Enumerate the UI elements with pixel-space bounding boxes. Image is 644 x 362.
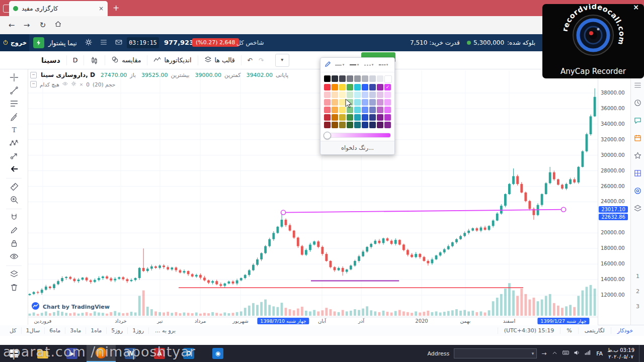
crosshair-tool[interactable] (9, 72, 19, 82)
color-swatch[interactable] (362, 99, 368, 106)
settings-gear-icon[interactable] (85, 38, 95, 48)
measure-tool[interactable] (9, 182, 19, 192)
zoom-in-tool[interactable] (9, 195, 19, 205)
gray-swatch[interactable] (384, 75, 392, 83)
drawing-mode-tool[interactable] (9, 225, 19, 235)
color-swatch[interactable] (354, 122, 361, 128)
compare-button[interactable]: مقایسه (105, 54, 147, 66)
color-swatch[interactable] (384, 92, 391, 98)
volume-close-icon[interactable]: × (79, 82, 84, 87)
templates-button[interactable]: قالب ها (198, 54, 241, 66)
opacity-slider[interactable] (324, 133, 391, 138)
range-button[interactable]: 3ماه (65, 327, 86, 334)
color-swatch[interactable] (324, 114, 331, 121)
text-tool[interactable]: T (9, 125, 19, 135)
window-close-button[interactable]: × (633, 3, 639, 11)
log-scale-button[interactable]: لگاریتمی (578, 327, 611, 334)
color-swatch[interactable] (362, 122, 368, 128)
address-go-icon[interactable]: → (541, 350, 546, 357)
range-button[interactable]: 1روز (128, 327, 149, 334)
color-swatch[interactable] (354, 114, 361, 121)
gray-swatch[interactable] (324, 75, 331, 82)
color-swatch[interactable] (377, 114, 383, 121)
range-button[interactable]: 5روز (107, 327, 128, 334)
new-tab-button[interactable]: + (113, 3, 119, 14)
color-swatch[interactable] (377, 99, 383, 106)
legend-symbol[interactable]: داروسازی سینا, D (41, 71, 95, 78)
hide-drawings-tool[interactable] (9, 251, 19, 261)
gray-swatch[interactable] (347, 75, 353, 82)
gray-swatch[interactable] (339, 75, 346, 82)
line-style-dotted[interactable]: ▾ (377, 60, 390, 69)
redo-button[interactable]: ↷ (259, 54, 270, 66)
color-swatch[interactable] (324, 107, 331, 113)
layout-tab-2[interactable]: 2 (631, 288, 644, 295)
color-swatch[interactable] (377, 122, 383, 128)
color-swatch[interactable] (369, 92, 376, 98)
color-swatch[interactable] (369, 107, 376, 113)
anycap-icon[interactable]: ◉ (203, 345, 232, 362)
forecast-tool[interactable] (9, 151, 19, 161)
gray-swatch[interactable] (332, 75, 338, 82)
auto-scale-button[interactable]: خودکار (611, 327, 639, 334)
back-button[interactable]: ← (6, 20, 17, 30)
undo-button[interactable]: ↶ (242, 54, 259, 66)
color-swatch[interactable] (354, 92, 361, 98)
network-icon[interactable] (584, 349, 592, 358)
line-color-pencil-icon[interactable] (324, 60, 332, 70)
color-swatch[interactable]: ✓ (384, 84, 391, 90)
goto-date-button[interactable]: برو به ... (149, 327, 182, 334)
volume-visibility-icon[interactable] (62, 81, 68, 87)
gray-swatch[interactable] (354, 75, 361, 82)
color-swatch[interactable] (324, 92, 331, 98)
line-style-solid-thin[interactable]: ▾ (333, 60, 346, 69)
volume-settings-icon[interactable] (71, 81, 76, 87)
legend-collapse-icon[interactable]: − (30, 72, 37, 78)
layout-dropdown[interactable]: ▾ (275, 54, 289, 67)
color-swatch[interactable] (332, 114, 338, 121)
remove-drawings-tool[interactable] (9, 282, 19, 292)
range-button[interactable]: 1سال (22, 327, 45, 334)
color-swatch[interactable] (384, 122, 391, 128)
volume-icon[interactable] (573, 349, 581, 358)
xabcd-pattern-tool[interactable] (9, 138, 19, 148)
hidden-icons-chevron[interactable] (551, 349, 558, 358)
address-toolbar-input[interactable]: ▾ (454, 348, 537, 358)
color-swatch[interactable] (332, 122, 338, 128)
color-swatch[interactable] (354, 99, 361, 106)
hotlist-icon[interactable] (633, 186, 642, 196)
color-swatch[interactable] (354, 84, 361, 90)
color-swatch[interactable] (369, 122, 376, 128)
touch-keyboard-icon[interactable] (562, 349, 570, 358)
color-swatch[interactable] (347, 122, 353, 128)
watchlist-icon[interactable] (633, 80, 642, 90)
color-swatch[interactable] (384, 99, 391, 106)
magnet-tool[interactable] (9, 212, 19, 222)
color-swatch[interactable] (324, 84, 331, 90)
reports-icon[interactable] (100, 38, 110, 48)
calendar-icon[interactable] (633, 133, 642, 143)
chart-style-button[interactable] (84, 54, 105, 66)
gray-swatch[interactable] (362, 75, 368, 82)
logout-button[interactable]: خروج (0, 34, 29, 51)
messages-icon[interactable] (115, 38, 125, 48)
color-swatch[interactable] (362, 114, 368, 121)
color-swatch[interactable] (332, 107, 338, 113)
gray-swatch[interactable] (369, 75, 376, 82)
color-swatch[interactable] (347, 114, 353, 121)
range-button[interactable]: 6ماه (45, 327, 65, 334)
color-swatch[interactable] (377, 107, 383, 113)
chart-canvas[interactable] (28, 69, 598, 317)
color-swatch[interactable] (354, 107, 361, 113)
color-swatch[interactable] (339, 114, 346, 121)
color-swatch[interactable] (324, 122, 331, 128)
color-swatch[interactable] (339, 84, 346, 90)
color-swatch[interactable] (324, 99, 331, 106)
layout-tab-3[interactable]: 3 (631, 303, 644, 310)
layers-icon[interactable] (633, 204, 642, 213)
indicators-button[interactable]: اندیکاتورها (147, 54, 197, 66)
color-swatch[interactable] (347, 84, 353, 90)
color-swatch[interactable] (369, 99, 376, 106)
range-button[interactable]: کل (5, 327, 22, 334)
connection-status-icon[interactable] (33, 37, 44, 48)
